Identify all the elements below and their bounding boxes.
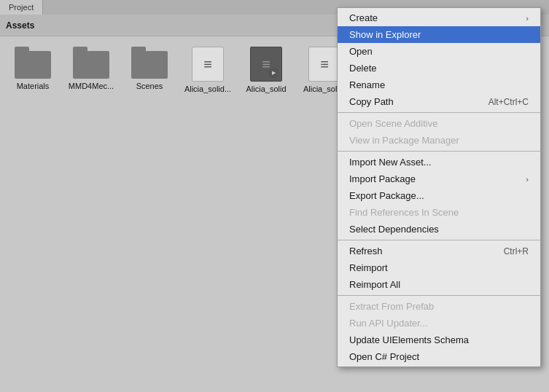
menu-item-label: Show in Explorer	[349, 29, 529, 40]
menu-item-label: Open	[349, 46, 529, 57]
menu-item-open[interactable]: Open	[338, 43, 540, 60]
menu-item-find-references-in-scene: Find References In Scene	[338, 204, 540, 221]
menu-item-update-uielements-schema[interactable]: Update UIElements Schema	[338, 332, 540, 348]
asset-label: Scenes	[136, 82, 163, 90]
menu-item-export-package[interactable]: Export Package...	[338, 187, 540, 204]
menu-item-label: Run API Updater...	[349, 318, 529, 329]
menu-item-reimport-all[interactable]: Reimport All	[338, 276, 540, 293]
menu-item-open-scene-additive: Open Scene Additive	[338, 115, 540, 132]
folder-icon	[73, 47, 109, 79]
list-item[interactable]: Alicia_solid	[241, 47, 292, 93]
list-item[interactable]: Alicia_solid...	[182, 47, 233, 93]
submenu-arrow-icon: ›	[526, 14, 529, 23]
menu-item-label: Reimport All	[349, 279, 529, 290]
play-badge-icon	[268, 68, 279, 78]
asset-label: Alicia_solid...	[184, 85, 231, 93]
asset-label: Alicia_solid	[246, 85, 286, 93]
menu-item-label: Open C# Project	[349, 351, 529, 362]
menu-item-label: Select Dependencies	[349, 224, 529, 235]
menu-item-label: View in Package Manager	[349, 135, 529, 146]
menu-item-select-dependencies[interactable]: Select Dependencies	[338, 221, 540, 238]
menu-item-reimport[interactable]: Reimport	[338, 259, 540, 276]
menu-separator	[338, 112, 540, 113]
doc-icon	[192, 47, 224, 82]
menu-item-label: Open Scene Additive	[349, 118, 529, 129]
folder-icon	[15, 47, 51, 79]
list-item[interactable]: MMD4Mec...	[66, 47, 117, 90]
menu-item-label: Export Package...	[349, 190, 529, 201]
submenu-arrow-icon: ›	[526, 175, 529, 184]
list-item[interactable]: Scenes	[124, 47, 175, 90]
menu-item-open-csharp-project[interactable]: Open C# Project	[338, 348, 540, 365]
menu-item-label: Reimport	[349, 262, 529, 273]
menu-item-shortcut: Ctrl+R	[504, 246, 529, 256]
menu-item-label: Create	[349, 12, 526, 23]
menu-item-label: Copy Path	[349, 96, 474, 107]
menu-item-label: Rename	[349, 79, 529, 90]
context-menu: Create›Show in ExplorerOpenDeleteRenameC…	[337, 7, 541, 367]
menu-item-shortcut: Alt+Ctrl+C	[488, 97, 529, 107]
menu-item-label: Refresh	[349, 246, 489, 256]
menu-separator	[338, 295, 540, 296]
assets-panel: Project Assets Materials MMD4Mec...	[0, 0, 549, 392]
folder-icon	[131, 47, 168, 79]
menu-item-label: Update UIElements Schema	[349, 334, 529, 345]
menu-item-extract-from-prefab: Extract From Prefab	[338, 298, 540, 315]
menu-item-create[interactable]: Create›	[338, 9, 540, 26]
menu-item-label: Import New Asset...	[349, 157, 529, 168]
tab-project[interactable]: Project	[0, 0, 43, 15]
assets-title: Assets	[6, 20, 34, 31]
doc-icon	[308, 47, 340, 82]
menu-separator	[338, 151, 540, 152]
menu-item-label: Import Package	[349, 173, 526, 184]
menu-item-view-in-package-manager: View in Package Manager	[338, 132, 540, 149]
menu-item-label: Extract From Prefab	[349, 301, 529, 312]
asset-label: Materials	[17, 82, 50, 90]
menu-item-copy-path[interactable]: Copy PathAlt+Ctrl+C	[338, 93, 540, 110]
menu-item-import-package[interactable]: Import Package›	[338, 170, 540, 187]
doc-icon-dark	[250, 47, 282, 82]
menu-item-delete[interactable]: Delete	[338, 60, 540, 77]
menu-item-rename[interactable]: Rename	[338, 77, 540, 93]
menu-item-show-in-explorer[interactable]: Show in Explorer	[338, 26, 540, 43]
asset-label: MMD4Mec...	[69, 82, 114, 90]
menu-item-label: Find References In Scene	[349, 207, 529, 218]
menu-item-refresh[interactable]: RefreshCtrl+R	[338, 243, 540, 259]
menu-item-import-new-asset[interactable]: Import New Asset...	[338, 154, 540, 170]
menu-separator	[338, 240, 540, 240]
menu-item-run-api-updater: Run API Updater...	[338, 315, 540, 332]
list-item[interactable]: Materials	[7, 47, 58, 90]
menu-item-label: Delete	[349, 63, 529, 74]
